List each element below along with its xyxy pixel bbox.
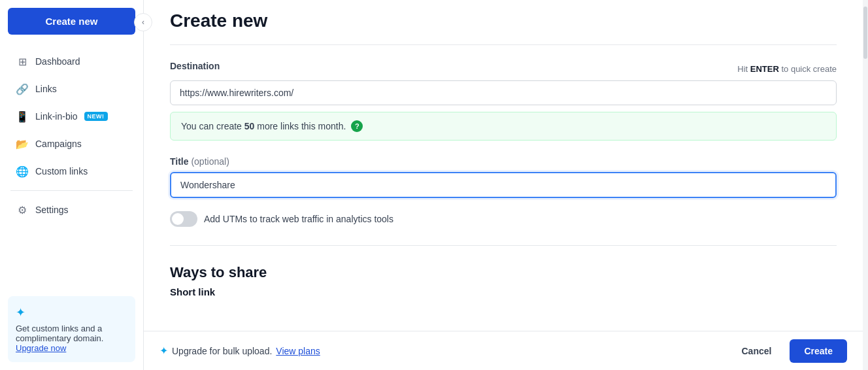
info-banner-text: You can create 50 more links this month. — [181, 121, 346, 131]
info-count: 50 — [244, 121, 255, 131]
view-plans-link[interactable]: View plans — [276, 346, 320, 356]
enter-key-hint: ENTER — [750, 64, 779, 74]
utm-toggle-label: Add UTMs to track web traffic in analyti… — [204, 214, 393, 224]
sidebar-item-dashboard[interactable]: ⊞ Dashboard — [5, 48, 138, 75]
bottom-bar: ✦ Upgrade for bulk upload. View plans Ca… — [144, 331, 863, 370]
short-link-label: Short link — [170, 286, 837, 297]
sidebar-collapse-button[interactable]: ‹ — [134, 13, 152, 31]
dashboard-icon: ⊞ — [16, 55, 29, 68]
upgrade-sparkle-icon: ✦ — [159, 345, 168, 357]
info-banner: You can create 50 more links this month.… — [170, 112, 837, 141]
sidebar-nav: ⊞ Dashboard 🔗 Links 📱 Link-in-bio NEW! 📂… — [0, 42, 143, 229]
chevron-left-icon: ‹ — [142, 18, 144, 27]
sidebar-item-label: Custom links — [35, 166, 88, 177]
campaigns-icon: 📂 — [16, 137, 29, 150]
link-in-bio-icon: 📱 — [16, 110, 29, 123]
info-pre: You can create — [181, 121, 242, 131]
title-optional: (optional) — [191, 156, 229, 167]
sidebar-item-campaigns[interactable]: 📂 Campaigns — [5, 131, 138, 157]
form-section: Destination Hit ENTER to quick create Yo… — [170, 45, 837, 297]
sidebar-promo-banner: ✦ Get custom links and a complimentary d… — [8, 296, 135, 362]
utm-toggle[interactable] — [170, 211, 197, 227]
new-badge: NEW! — [84, 112, 108, 121]
bottom-actions: Cancel Create — [729, 339, 847, 363]
create-button[interactable]: Create — [790, 339, 847, 363]
sidebar-item-label: Campaigns — [35, 139, 82, 149]
hint-pre: Hit — [737, 64, 748, 74]
sidebar-item-label: Links — [35, 84, 57, 94]
hint-post: to quick create — [781, 64, 837, 74]
utm-toggle-row: Add UTMs to track web traffic in analyti… — [170, 211, 837, 227]
main-scroll-area: Create new Destination Hit ENTER to quic… — [144, 0, 863, 331]
sidebar-item-links[interactable]: 🔗 Links — [5, 76, 138, 102]
upgrade-now-link[interactable]: Upgrade now — [16, 343, 66, 353]
settings-icon: ⚙ — [16, 203, 29, 216]
upgrade-row: ✦ Upgrade for bulk upload. View plans — [159, 345, 320, 357]
sidebar-item-custom-links[interactable]: 🌐 Custom links — [5, 158, 138, 184]
cancel-button[interactable]: Cancel — [729, 339, 783, 363]
promo-text: Get custom links and a complimentary dom… — [16, 324, 127, 343]
links-icon: 🔗 — [16, 82, 29, 95]
ways-to-share-heading: Ways to share — [170, 264, 837, 281]
destination-label: Destination — [170, 61, 220, 71]
title-label: Title (optional) — [170, 156, 837, 167]
destination-hint: Hit ENTER to quick create — [737, 64, 837, 74]
sidebar-item-label: Settings — [35, 205, 69, 215]
upgrade-pre-text: Upgrade for bulk upload. — [172, 346, 272, 356]
custom-links-icon: 🌐 — [16, 165, 29, 178]
destination-input[interactable] — [170, 80, 837, 105]
sidebar-item-label: Link-in-bio — [35, 111, 78, 122]
sidebar: Create new ‹ ⊞ Dashboard 🔗 Links 📱 Link-… — [0, 0, 144, 370]
sidebar-item-label: Dashboard — [35, 56, 80, 67]
title-input[interactable] — [170, 172, 837, 198]
title-label-text: Title — [170, 156, 189, 167]
info-help-icon[interactable]: ? — [351, 120, 363, 132]
main-content: Create new Destination Hit ENTER to quic… — [144, 0, 863, 370]
title-section: Title (optional) — [170, 156, 837, 198]
info-post: more links this month. — [257, 121, 346, 131]
scrollbar-thumb — [863, 7, 867, 59]
create-new-button[interactable]: Create new — [8, 8, 135, 35]
nav-divider — [10, 190, 133, 191]
page-title: Create new — [170, 0, 837, 45]
section-divider — [170, 245, 837, 246]
sparkle-icon: ✦ — [16, 305, 127, 320]
sidebar-item-link-in-bio[interactable]: 📱 Link-in-bio NEW! — [5, 103, 138, 129]
destination-header: Destination Hit ENTER to quick create — [170, 61, 837, 76]
sidebar-item-settings[interactable]: ⚙ Settings — [5, 197, 138, 223]
right-scrollbar[interactable] — [863, 0, 868, 370]
